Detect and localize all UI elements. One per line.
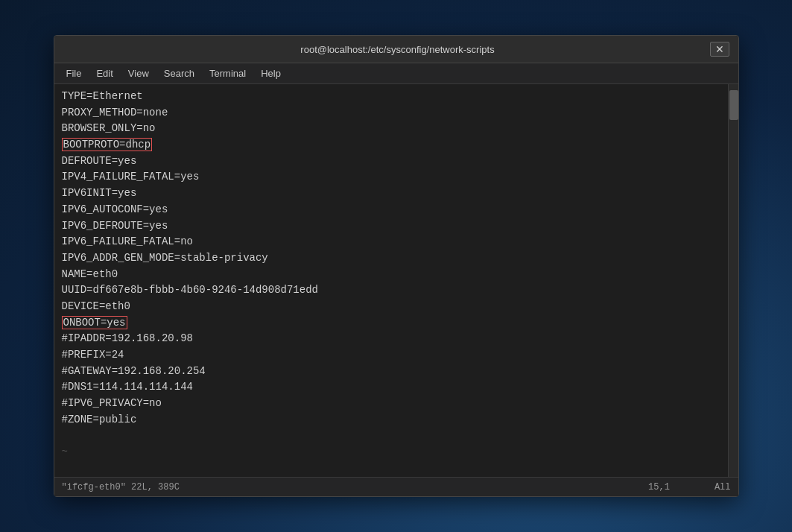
menu-bar: File Edit View Search Terminal Help bbox=[54, 63, 738, 84]
menu-search[interactable]: Search bbox=[158, 66, 200, 80]
status-bar: "ifcfg-eth0" 22L, 389C 15,1 All bbox=[54, 477, 738, 496]
line-17: #PREFIX=24 bbox=[62, 347, 720, 364]
menu-edit[interactable]: Edit bbox=[90, 66, 118, 80]
line-13: UUID=df667e8b-fbbb-4b60-9246-14d908d71ed… bbox=[62, 282, 720, 299]
menu-file[interactable]: File bbox=[60, 66, 88, 80]
status-file-info: "ifcfg-eth0" 22L, 389C bbox=[62, 482, 180, 493]
line-12: NAME=eth0 bbox=[62, 267, 720, 283]
line-14: DEVICE=eth0 bbox=[62, 299, 720, 315]
line-9: IPV6_DEFROUTE=yes bbox=[62, 218, 720, 235]
line-16: #IPADDR=192.168.20.98 bbox=[62, 331, 720, 347]
line-15: ONBOOT=yes bbox=[62, 315, 720, 332]
menu-view[interactable]: View bbox=[122, 66, 155, 80]
line-22 bbox=[62, 428, 720, 444]
line-18: #GATEWAY=192.168.20.254 bbox=[62, 364, 720, 380]
line-6: IPV4_FAILURE_FATAL=yes bbox=[62, 169, 720, 186]
editor-area: TYPE=Ethernet PROXY_METHOD=none BROWSER_… bbox=[54, 84, 738, 477]
close-button[interactable]: ✕ bbox=[710, 42, 729, 57]
editor-content[interactable]: TYPE=Ethernet PROXY_METHOD=none BROWSER_… bbox=[54, 84, 728, 477]
highlight-onboot: ONBOOT=yes bbox=[62, 316, 127, 329]
title-bar: root@localhost:/etc/sysconfig/network-sc… bbox=[54, 36, 738, 63]
status-right: 15,1 All bbox=[648, 482, 730, 493]
line-21: #ZONE=public bbox=[62, 412, 720, 428]
highlight-bootproto: BOOTPROTO=dhcp bbox=[62, 138, 153, 151]
menu-help[interactable]: Help bbox=[255, 66, 287, 80]
line-11: IPV6_ADDR_GEN_MODE=stable-privacy bbox=[62, 250, 720, 267]
menu-terminal[interactable]: Terminal bbox=[203, 66, 252, 80]
line-10: IPV6_FAILURE_FATAL=no bbox=[62, 234, 720, 250]
line-2: PROXY_METHOD=none bbox=[62, 105, 720, 121]
line-4: BOOTPROTO=dhcp bbox=[62, 137, 720, 153]
window-title: root@localhost:/etc/sysconfig/network-sc… bbox=[86, 44, 710, 55]
scrollbar[interactable] bbox=[728, 84, 738, 477]
scrollbar-thumb[interactable] bbox=[729, 90, 738, 120]
line-1: TYPE=Ethernet bbox=[62, 89, 720, 105]
status-mode: All bbox=[715, 482, 731, 493]
line-20: #IPV6_PRIVACY=no bbox=[62, 396, 720, 412]
status-position: 15,1 bbox=[648, 482, 670, 493]
line-tilde: ~ bbox=[62, 444, 720, 460]
line-5: DEFROUTE=yes bbox=[62, 153, 720, 170]
line-8: IPV6_AUTOCONF=yes bbox=[62, 202, 720, 218]
line-19: #DNS1=114.114.114.144 bbox=[62, 379, 720, 396]
line-3: BROWSER_ONLY=no bbox=[62, 121, 720, 137]
line-7: IPV6INIT=yes bbox=[62, 186, 720, 202]
terminal-window: root@localhost:/etc/sysconfig/network-sc… bbox=[54, 35, 739, 497]
